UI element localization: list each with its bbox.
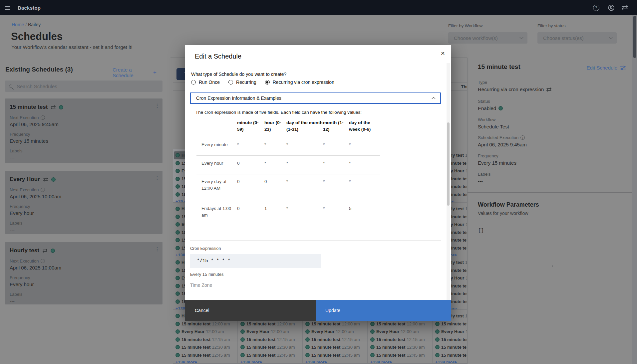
event-time: 12:45 am xyxy=(277,353,295,358)
repeat-icon xyxy=(546,87,552,92)
schedule-card[interactable]: 15 minute test⋮Next ExecutioniApril 06, … xyxy=(5,98,162,163)
event-text: Every Hour12:00 am xyxy=(376,329,419,334)
cron-table-corner xyxy=(196,119,237,133)
more-events-link[interactable]: +138 more xyxy=(370,360,432,364)
radio-option[interactable]: Recurring via cron expression xyxy=(265,80,334,85)
event-text: Every Hour12:00 am xyxy=(181,329,224,334)
question-glyph: ? xyxy=(593,5,599,11)
schedule-search[interactable] xyxy=(5,81,162,92)
more-events-link[interactable]: +138 more xyxy=(305,360,367,364)
calendar-event[interactable]: 15 minute test12:45 am xyxy=(240,351,302,359)
cron-cell-value: 0 xyxy=(237,178,264,192)
cron-cell-value: * xyxy=(286,160,323,167)
status-dot xyxy=(51,249,55,253)
help-icon[interactable]: ? xyxy=(592,4,600,11)
schedule-card[interactable]: Hourly test⋮Next ExecutioniApril 06, 202… xyxy=(5,242,162,304)
close-icon[interactable]: × xyxy=(438,48,448,58)
event-status-dot xyxy=(175,246,180,250)
event-text: 15 minute test12:30 am xyxy=(181,345,230,350)
event-status-dot xyxy=(435,329,440,334)
radio-button[interactable] xyxy=(191,80,196,85)
info-icon[interactable]: i xyxy=(41,188,45,192)
modal-scrollbar[interactable] xyxy=(447,63,450,300)
search-input[interactable] xyxy=(17,84,150,89)
calendar-event[interactable]: 15 minute test12:15 am xyxy=(305,336,367,344)
create-schedule-label: Create a Schedule xyxy=(113,67,150,78)
calendar-event[interactable]: 15 minute test12:15 am xyxy=(175,336,237,344)
update-button[interactable]: Update xyxy=(316,300,451,321)
cron-expression-input[interactable] xyxy=(190,254,321,268)
schedule-card[interactable]: Every Hour⋮Next ExecutioniApril 06, 2025… xyxy=(5,171,162,234)
cron-column-header: minute (0-59) xyxy=(237,119,264,133)
event-name: Every Hour xyxy=(181,329,204,334)
info-icon[interactable]: i xyxy=(41,259,45,263)
labels-value: --- xyxy=(10,227,158,233)
calendar-event[interactable]: Every Hour12:00 am xyxy=(370,328,432,336)
radio-button[interactable] xyxy=(228,80,233,85)
more-events-link[interactable]: +138 more xyxy=(175,360,237,364)
radio-button-selected[interactable] xyxy=(265,80,270,85)
cron-cell-value: * xyxy=(349,178,380,192)
labels-label: Labels xyxy=(10,221,158,226)
calendar-event[interactable]: 15 minute test12:45 am xyxy=(175,351,237,359)
event-status-dot xyxy=(175,291,180,296)
cron-cell-value: 0 xyxy=(237,160,264,167)
info-icon[interactable]: i xyxy=(520,135,525,140)
calendar-event[interactable]: 15 minute test12:00 am xyxy=(175,320,237,328)
cron-info-accordion[interactable]: Cron Expression Information & Examples xyxy=(190,92,441,104)
calendar-event[interactable]: 15 minute test12:00 am xyxy=(240,320,302,328)
modal-scrollbar-thumb[interactable] xyxy=(447,122,450,206)
event-name: Every Hour xyxy=(311,329,334,334)
calendar-event[interactable]: 15 minute test12:45 am xyxy=(305,351,367,359)
next-execution-label: Next Executioni xyxy=(10,187,158,192)
calendar-event[interactable]: 15 minute test12:15 am xyxy=(240,336,302,344)
detail-field-frequency: Frequency Every 15 minutes xyxy=(478,153,516,166)
event-name: 15 minute test xyxy=(376,345,405,350)
calendar-event[interactable]: 15 minute test12:00 am xyxy=(305,320,367,328)
edit-schedule-link[interactable]: Edit Schedule xyxy=(586,65,626,71)
kebab-menu-icon[interactable]: ⋮ xyxy=(155,246,160,252)
calendar-event[interactable]: Every Hour12:00 am xyxy=(305,328,367,336)
page-scrollbar[interactable] xyxy=(632,15,637,364)
radio-option[interactable]: Recurring xyxy=(228,80,256,85)
event-status-dot xyxy=(175,222,180,227)
calendar-event[interactable]: 15 minute test12:30 am xyxy=(240,343,302,351)
switcher-icon[interactable] xyxy=(621,4,629,11)
calendar-event[interactable]: 15 minute test12:30 am xyxy=(175,343,237,351)
decorative-dot xyxy=(552,266,553,267)
event-status-dot xyxy=(240,337,245,342)
label-text: Next Execution xyxy=(10,115,39,120)
kebab-menu-icon[interactable]: ⋮ xyxy=(155,102,160,109)
filter-status-value: Choose status(es) xyxy=(543,35,609,41)
user-icon[interactable] xyxy=(607,4,615,11)
field-label: Type xyxy=(478,80,487,85)
event-status-dot xyxy=(435,353,440,357)
breadcrumb-home-link[interactable]: Home xyxy=(12,22,24,27)
calendar-event[interactable]: 15 minute test12:30 am xyxy=(305,343,367,351)
filter-workflow-select[interactable]: Choose workflow(s) xyxy=(448,32,527,44)
next-execution-label: Next Executioni xyxy=(10,115,158,120)
event-text: Every Hour12:00 am xyxy=(311,329,354,334)
cron-row-label: Every day at 12:00 AM xyxy=(196,178,237,192)
menu-icon[interactable] xyxy=(5,5,10,10)
kebab-menu-icon[interactable]: ⋮ xyxy=(155,175,160,181)
schedule-card-title: Hourly test xyxy=(10,247,39,254)
page-subtitle: Your Workflow's calendar assistant - set… xyxy=(11,44,133,50)
calendar-event[interactable]: Every Hour12:00 am xyxy=(240,328,302,336)
info-icon[interactable]: i xyxy=(41,115,45,120)
page-scrollbar-thumb[interactable] xyxy=(633,16,636,58)
more-events-link[interactable]: +138 more xyxy=(240,360,302,364)
calendar-event[interactable]: 15 minute test12:30 am xyxy=(370,343,432,351)
calendar-event[interactable]: 15 minute test12:45 am xyxy=(370,351,432,359)
labels-label: Labels xyxy=(10,148,158,153)
create-schedule-button[interactable]: Create a Schedule + xyxy=(113,67,157,78)
cron-column-header: hour (0-23) xyxy=(264,119,286,133)
event-name: Every Hour xyxy=(441,329,464,334)
cron-cell-value: 0 xyxy=(237,205,264,219)
radio-option[interactable]: Run Once xyxy=(191,80,220,85)
calendar-event[interactable]: Every Hour12:00 am xyxy=(175,328,237,336)
filter-status-select[interactable]: Choose status(es) xyxy=(537,32,617,44)
calendar-event[interactable]: 15 minute test12:00 am xyxy=(370,320,432,328)
cancel-button[interactable]: Cancel xyxy=(185,300,316,321)
calendar-event[interactable]: 15 minute test12:15 am xyxy=(370,336,432,344)
